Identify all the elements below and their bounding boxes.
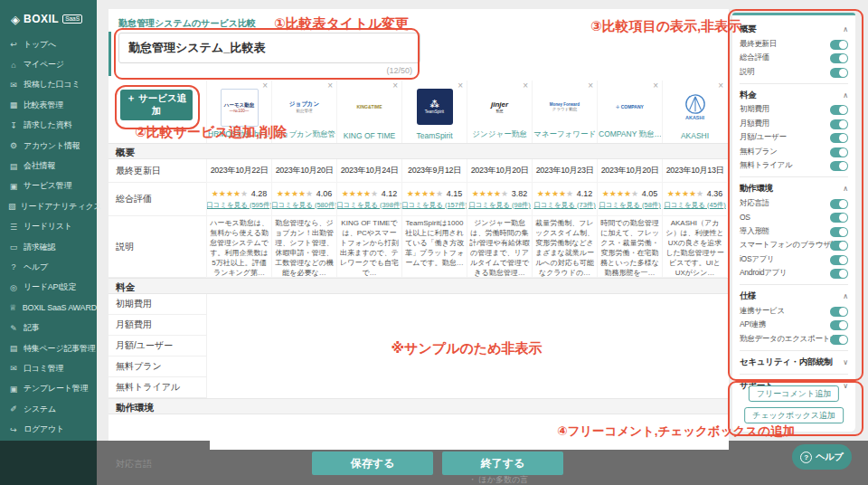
sidebar-item[interactable]: ▣ テンプレート管理 bbox=[0, 379, 97, 399]
divider bbox=[740, 374, 848, 375]
visibility-toggle[interactable] bbox=[830, 161, 848, 171]
remove-service-icon[interactable]: × bbox=[718, 81, 723, 90]
visibility-toggle[interactable] bbox=[830, 40, 848, 50]
visibility-toggle[interactable] bbox=[830, 227, 848, 237]
finish-button[interactable]: 終了する bbox=[442, 452, 563, 475]
sidebar-item[interactable]: ◎ リードAPI設定 bbox=[0, 278, 97, 298]
help-button[interactable]: ? ヘルプ bbox=[792, 444, 852, 470]
row-label: 無料トライアル bbox=[108, 377, 206, 398]
sidebar-item-icon: ▣ bbox=[8, 182, 19, 191]
sidebar-item[interactable]: ▤ 会社情報 bbox=[0, 156, 97, 176]
remove-service-icon[interactable]: × bbox=[588, 81, 593, 90]
description-cell: AKASHI（アカシ）は、利便性とUXの良さを追求した勤怠管理サービスです。UI… bbox=[662, 216, 727, 278]
reviews-link[interactable]: 口コミを見る (98件) bbox=[468, 201, 531, 210]
sidebar-item[interactable]: ▣ サービス管理 bbox=[0, 176, 97, 196]
service-name[interactable]: COMPANY 勤怠… bbox=[599, 129, 661, 140]
updated-cell: 2023年10月20日 bbox=[597, 159, 662, 183]
visibility-toggle[interactable] bbox=[830, 335, 848, 345]
sidebar-item[interactable]: ↧ 請求した資料 bbox=[0, 116, 97, 136]
sidebar-item[interactable]: ? ヘルプ bbox=[0, 257, 97, 277]
add-checkbox-button[interactable]: チェックボックス追加 bbox=[744, 407, 844, 423]
visibility-toggle[interactable] bbox=[830, 255, 848, 265]
visibility-toggle[interactable] bbox=[830, 269, 848, 279]
add-service-button[interactable]: ＋ サービス追加 bbox=[120, 90, 193, 120]
remove-service-icon[interactable]: × bbox=[653, 81, 658, 90]
visibility-toggle[interactable] bbox=[830, 307, 848, 317]
reviews-link[interactable]: 口コミを見る (580件) bbox=[271, 201, 336, 210]
sidebar-item[interactable]: ▦ 比較表管理 bbox=[0, 95, 97, 115]
visibility-toggle[interactable] bbox=[830, 320, 848, 330]
panel-section-environment[interactable]: 動作環境 ∧ bbox=[740, 181, 848, 196]
panel-item: iOSアプリ bbox=[740, 252, 848, 267]
panel-item: Androidアプリ bbox=[740, 267, 848, 281]
row-label: 無料プラン bbox=[108, 357, 206, 377]
panel-section-overview[interactable]: 概要 ∧ bbox=[740, 22, 848, 37]
panel-item: API連携 bbox=[740, 319, 848, 333]
visibility-toggle[interactable] bbox=[830, 105, 848, 115]
remove-service-icon[interactable]: × bbox=[327, 81, 333, 90]
star-rating: ★★★★★ 4.15 bbox=[407, 189, 462, 198]
reviews-link[interactable]: 口コミを見る (595件) bbox=[206, 201, 271, 210]
sidebar-item-label: テンプレート管理 bbox=[24, 383, 88, 395]
reviews-link[interactable]: 口コミを見る (398件) bbox=[336, 201, 401, 210]
sidebar-item[interactable]: ↩ トップへ bbox=[0, 34, 97, 54]
reviews-link[interactable]: 口コミを見る (45件) bbox=[664, 201, 726, 210]
panel-section-security[interactable]: セキュリティ・内部統制 ∨ bbox=[740, 355, 848, 370]
screen: ◈ BOXIL SaaS ↩ トップへ ⌂ マイページ ✉ 投稿した口コミ ▦ … bbox=[0, 0, 868, 485]
sidebar-item[interactable]: ⌂ マイページ bbox=[0, 54, 97, 74]
sidebar-item-icon: ▧ bbox=[8, 202, 16, 211]
sidebar-item[interactable]: ✐ システム bbox=[0, 399, 97, 419]
hrmos-logo: ハーモス勤怠 —№100— bbox=[221, 89, 259, 127]
sidebar-item-label: ログアウト bbox=[24, 423, 64, 435]
sidebar-item[interactable]: ✎ 記事 bbox=[0, 318, 97, 338]
service-name[interactable]: AKASHI bbox=[664, 131, 726, 140]
sidebar-item[interactable]: ✉ 投稿した口コミ bbox=[0, 75, 97, 95]
panel-section-pricing[interactable]: 料金 ∧ bbox=[740, 88, 848, 103]
add-free-comment-button[interactable]: フリーコメント追加 bbox=[749, 385, 839, 402]
visibility-toggle[interactable] bbox=[830, 53, 848, 63]
visibility-toggle[interactable] bbox=[830, 199, 848, 209]
service-column: × jinjer 勤怠 ジンジャー勤怠 bbox=[467, 81, 532, 143]
reviews-link[interactable]: 口コミを見る (157件) bbox=[401, 201, 467, 210]
rating-cell: ★★★★★ 4.06 口コミを見る (580件) bbox=[271, 183, 336, 216]
panel-item: 月額費用 bbox=[740, 117, 848, 131]
sidebar-item-label: 特集ページ記事管理 bbox=[24, 343, 96, 355]
rating-value: 4.12 bbox=[577, 189, 593, 198]
sidebar-item[interactable]: ▤ 特集ページ記事管理 bbox=[0, 338, 97, 358]
star-rating: ★★★★★ 4.05 bbox=[602, 189, 657, 198]
panel-item: 無料トライアル bbox=[740, 159, 848, 174]
panel-item: 最終更新日 bbox=[740, 37, 848, 52]
comparison-title-input[interactable] bbox=[118, 33, 420, 63]
sidebar-item[interactable]: ▧ リードアナリティクス bbox=[0, 196, 97, 216]
remove-service-icon[interactable]: × bbox=[523, 81, 528, 90]
reviews-link[interactable]: 口コミを見る (73件) bbox=[533, 201, 596, 210]
remove-service-icon[interactable]: × bbox=[458, 81, 463, 90]
sidebar-item[interactable]: ☰ リードリスト bbox=[0, 217, 97, 237]
sidebar-item[interactable]: ▭ 請求確認 bbox=[0, 237, 97, 257]
sidebar-item-label: 会社情報 bbox=[24, 160, 55, 172]
sidebar-item[interactable]: ♕ BOXIL SaaS AWARD bbox=[0, 298, 97, 318]
sidebar-item-icon: ▦ bbox=[8, 100, 19, 109]
service-name[interactable]: TeamSpirit bbox=[403, 131, 466, 140]
sidebar-item-label: リードリスト bbox=[24, 221, 72, 233]
reviews-link[interactable]: 口コミを見る (58件) bbox=[599, 201, 661, 210]
sidebar-item[interactable]: ✉ 口コミ管理 bbox=[0, 358, 97, 378]
service-name[interactable]: KING OF TIME bbox=[338, 131, 401, 140]
sidebar-item[interactable]: ⚙ アカウント情報 bbox=[0, 136, 97, 156]
visibility-toggle[interactable] bbox=[830, 133, 848, 143]
rating-cell: ★★★★★ 3.82 口コミを見る (98件) bbox=[467, 183, 532, 216]
sidebar-item-label: リードAPI設定 bbox=[24, 281, 76, 293]
save-button[interactable]: 保存する bbox=[312, 452, 433, 475]
panel-section-spec[interactable]: 仕様 ∧ bbox=[740, 289, 848, 304]
remove-service-icon[interactable]: × bbox=[392, 81, 398, 90]
service-name[interactable]: マネーフォワード… bbox=[533, 129, 596, 140]
visibility-toggle[interactable] bbox=[830, 241, 848, 251]
visibility-toggle[interactable] bbox=[830, 119, 848, 129]
sidebar-item[interactable]: ↪ ログアウト bbox=[0, 419, 97, 439]
remove-service-icon[interactable]: × bbox=[262, 81, 268, 90]
service-name[interactable]: ジンジャー勤怠 bbox=[468, 129, 531, 140]
visibility-toggle[interactable] bbox=[830, 147, 848, 157]
visibility-toggle[interactable] bbox=[830, 68, 848, 78]
boxil-logo[interactable]: ◈ BOXIL SaaS bbox=[0, 0, 97, 31]
visibility-toggle[interactable] bbox=[830, 213, 848, 223]
